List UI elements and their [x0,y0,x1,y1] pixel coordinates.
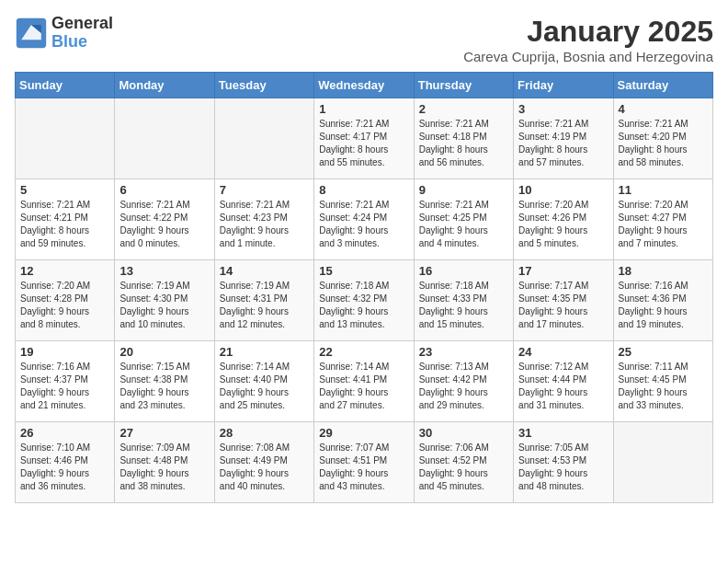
day-number: 17 [518,264,608,278]
day-info: Sunrise: 7:21 AM Sunset: 4:23 PM Dayligh… [220,199,309,250]
day-info: Sunrise: 7:19 AM Sunset: 4:30 PM Dayligh… [119,280,209,331]
day-info: Sunrise: 7:21 AM Sunset: 4:17 PM Dayligh… [319,118,408,169]
calendar-cell: 28Sunrise: 7:08 AM Sunset: 4:49 PM Dayli… [214,422,313,503]
calendar-cell [115,98,214,179]
day-number: 23 [419,345,508,359]
calendar-cell: 9Sunrise: 7:21 AM Sunset: 4:25 PM Daylig… [414,179,513,260]
day-info: Sunrise: 7:19 AM Sunset: 4:31 PM Dayligh… [220,280,309,331]
calendar-cell: 18Sunrise: 7:16 AM Sunset: 4:36 PM Dayli… [613,260,712,341]
day-number: 18 [619,264,708,278]
calendar-cell [214,98,313,179]
calendar-week-row: 19Sunrise: 7:16 AM Sunset: 4:37 PM Dayli… [16,341,713,422]
day-info: Sunrise: 7:10 AM Sunset: 4:46 PM Dayligh… [20,442,109,493]
calendar-cell [16,98,115,179]
day-info: Sunrise: 7:21 AM Sunset: 4:19 PM Dayligh… [518,118,608,169]
day-info: Sunrise: 7:21 AM Sunset: 4:22 PM Dayligh… [119,199,209,250]
title-section: January 2025 Careva Cuprija, Bosnia and … [463,15,713,64]
day-info: Sunrise: 7:14 AM Sunset: 4:41 PM Dayligh… [319,361,408,412]
calendar-table: SundayMondayTuesdayWednesdayThursdayFrid… [15,72,713,503]
day-number: 10 [518,183,608,197]
day-info: Sunrise: 7:21 AM Sunset: 4:20 PM Dayligh… [619,118,708,169]
day-number: 27 [119,426,209,440]
weekday-header-thursday: Thursday [414,73,513,98]
weekday-header-saturday: Saturday [613,73,712,98]
day-info: Sunrise: 7:16 AM Sunset: 4:37 PM Dayligh… [20,361,109,412]
calendar-cell: 30Sunrise: 7:06 AM Sunset: 4:52 PM Dayli… [414,422,513,503]
day-info: Sunrise: 7:20 AM Sunset: 4:26 PM Dayligh… [518,199,608,250]
calendar-cell: 17Sunrise: 7:17 AM Sunset: 4:35 PM Dayli… [514,260,613,341]
calendar-cell: 10Sunrise: 7:20 AM Sunset: 4:26 PM Dayli… [514,179,613,260]
day-info: Sunrise: 7:14 AM Sunset: 4:40 PM Dayligh… [220,361,309,412]
day-info: Sunrise: 7:06 AM Sunset: 4:52 PM Dayligh… [419,442,508,493]
day-info: Sunrise: 7:11 AM Sunset: 4:45 PM Dayligh… [619,361,708,412]
calendar-cell: 8Sunrise: 7:21 AM Sunset: 4:24 PM Daylig… [314,179,414,260]
day-number: 20 [119,345,209,359]
calendar-week-row: 1Sunrise: 7:21 AM Sunset: 4:17 PM Daylig… [16,98,713,179]
logo-blue-text: Blue [51,33,113,52]
day-info: Sunrise: 7:18 AM Sunset: 4:33 PM Dayligh… [419,280,508,331]
day-info: Sunrise: 7:05 AM Sunset: 4:53 PM Dayligh… [518,442,608,493]
day-info: Sunrise: 7:08 AM Sunset: 4:49 PM Dayligh… [220,442,309,493]
day-number: 29 [319,426,408,440]
calendar-cell: 26Sunrise: 7:10 AM Sunset: 4:46 PM Dayli… [16,422,115,503]
page-header: General Blue January 2025 Careva Cuprija… [15,15,713,64]
day-number: 16 [419,264,508,278]
day-number: 9 [419,183,508,197]
weekday-header-sunday: Sunday [16,73,115,98]
day-info: Sunrise: 7:16 AM Sunset: 4:36 PM Dayligh… [619,280,708,331]
day-number: 1 [319,102,408,116]
day-number: 25 [619,345,708,359]
day-number: 21 [220,345,309,359]
day-info: Sunrise: 7:13 AM Sunset: 4:42 PM Dayligh… [419,361,508,412]
day-info: Sunrise: 7:21 AM Sunset: 4:18 PM Dayligh… [419,118,508,169]
day-number: 28 [220,426,309,440]
calendar-cell: 15Sunrise: 7:18 AM Sunset: 4:32 PM Dayli… [314,260,414,341]
location-subtitle: Careva Cuprija, Bosnia and Herzegovina [463,49,713,64]
calendar-cell: 14Sunrise: 7:19 AM Sunset: 4:31 PM Dayli… [214,260,313,341]
day-info: Sunrise: 7:12 AM Sunset: 4:44 PM Dayligh… [518,361,608,412]
day-number: 6 [119,183,209,197]
day-info: Sunrise: 7:21 AM Sunset: 4:25 PM Dayligh… [419,199,508,250]
day-number: 24 [518,345,608,359]
day-number: 4 [619,102,708,116]
calendar-cell: 29Sunrise: 7:07 AM Sunset: 4:51 PM Dayli… [314,422,414,503]
day-number: 3 [518,102,608,116]
day-number: 31 [518,426,608,440]
calendar-week-row: 12Sunrise: 7:20 AM Sunset: 4:28 PM Dayli… [16,260,713,341]
logo: General Blue [15,15,113,52]
day-number: 11 [619,183,708,197]
calendar-cell: 3Sunrise: 7:21 AM Sunset: 4:19 PM Daylig… [514,98,613,179]
calendar-cell: 6Sunrise: 7:21 AM Sunset: 4:22 PM Daylig… [115,179,214,260]
calendar-cell: 7Sunrise: 7:21 AM Sunset: 4:23 PM Daylig… [214,179,313,260]
day-number: 26 [20,426,109,440]
day-info: Sunrise: 7:15 AM Sunset: 4:38 PM Dayligh… [119,361,209,412]
calendar-cell: 19Sunrise: 7:16 AM Sunset: 4:37 PM Dayli… [16,341,115,422]
day-number: 13 [119,264,209,278]
weekday-header-tuesday: Tuesday [214,73,313,98]
day-number: 22 [319,345,408,359]
day-info: Sunrise: 7:20 AM Sunset: 4:28 PM Dayligh… [20,280,109,331]
calendar-cell: 21Sunrise: 7:14 AM Sunset: 4:40 PM Dayli… [214,341,313,422]
weekday-header-friday: Friday [514,73,613,98]
calendar-cell: 22Sunrise: 7:14 AM Sunset: 4:41 PM Dayli… [314,341,414,422]
day-info: Sunrise: 7:07 AM Sunset: 4:51 PM Dayligh… [319,442,408,493]
day-info: Sunrise: 7:21 AM Sunset: 4:21 PM Dayligh… [20,199,109,250]
day-info: Sunrise: 7:18 AM Sunset: 4:32 PM Dayligh… [319,280,408,331]
day-info: Sunrise: 7:09 AM Sunset: 4:48 PM Dayligh… [119,442,209,493]
day-number: 12 [20,264,109,278]
calendar-cell: 24Sunrise: 7:12 AM Sunset: 4:44 PM Dayli… [514,341,613,422]
weekday-header-row: SundayMondayTuesdayWednesdayThursdayFrid… [16,73,713,98]
calendar-cell: 13Sunrise: 7:19 AM Sunset: 4:30 PM Dayli… [115,260,214,341]
weekday-header-monday: Monday [115,73,214,98]
weekday-header-wednesday: Wednesday [314,73,414,98]
calendar-cell: 20Sunrise: 7:15 AM Sunset: 4:38 PM Dayli… [115,341,214,422]
day-number: 14 [220,264,309,278]
day-number: 8 [319,183,408,197]
day-info: Sunrise: 7:20 AM Sunset: 4:27 PM Dayligh… [619,199,708,250]
logo-general-text: General [51,15,113,33]
day-info: Sunrise: 7:17 AM Sunset: 4:35 PM Dayligh… [518,280,608,331]
day-number: 7 [220,183,309,197]
month-title: January 2025 [463,15,713,49]
calendar-cell: 1Sunrise: 7:21 AM Sunset: 4:17 PM Daylig… [314,98,414,179]
calendar-week-row: 26Sunrise: 7:10 AM Sunset: 4:46 PM Dayli… [16,422,713,503]
